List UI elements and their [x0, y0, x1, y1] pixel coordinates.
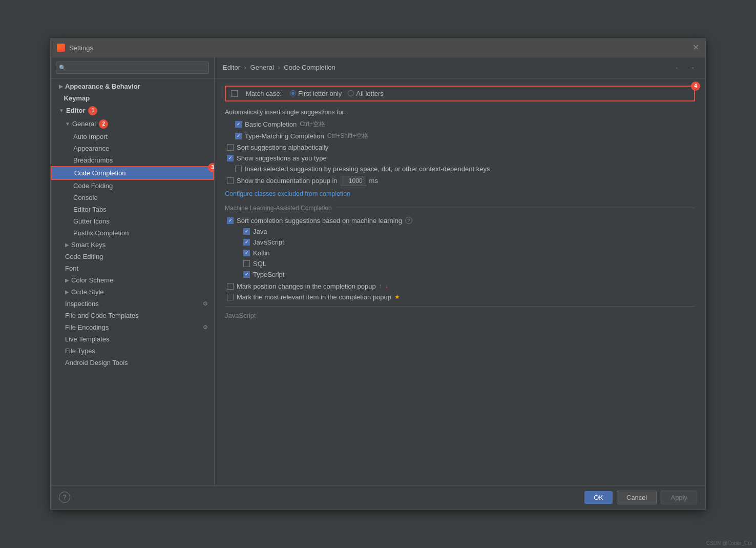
- apply-button[interactable]: Apply: [661, 491, 697, 504]
- breadcrumb-bar: Editor › General › Code Completion ← →: [215, 57, 705, 78]
- auto-insert-label: Automatically insert single suggestions …: [225, 109, 695, 116]
- sidebar-item-code-folding[interactable]: Code Folding: [51, 180, 214, 192]
- sidebar-item-label: Code Folding: [73, 182, 113, 190]
- forward-button[interactable]: →: [686, 63, 697, 73]
- sidebar-item-file-code-templates[interactable]: File and Code Templates: [51, 310, 214, 321]
- show-doc-popup-checkbox[interactable]: [227, 177, 234, 184]
- ml-kotlin-row: Kotlin: [225, 249, 695, 257]
- show-doc-popup-row: Show the documentation popup in ms: [225, 176, 695, 186]
- sidebar-item-appearance-behavior[interactable]: ▶ Appearance & Behavior: [51, 80, 214, 92]
- sidebar-item-label: Editor Tabs: [73, 206, 107, 213]
- breadcrumb: Editor › General › Code Completion: [223, 64, 335, 71]
- settings-dialog: Settings ✕ 🔍 ▶ Appearance & Behavior: [50, 38, 706, 510]
- radio-first-letter-circle: [290, 90, 296, 96]
- sidebar-item-code-completion[interactable]: Code Completion 3: [51, 166, 214, 180]
- show-suggestions-label: Show suggestions as you type: [237, 154, 327, 162]
- sidebar-item-general[interactable]: ▼ General 2: [51, 117, 214, 131]
- sidebar-item-label: Appearance & Behavior: [65, 83, 140, 90]
- sidebar-item-label: Editor: [66, 107, 86, 114]
- sidebar-item-appearance[interactable]: Appearance: [51, 143, 214, 154]
- type-matching-checkbox[interactable]: [235, 133, 242, 139]
- sidebar-item-file-encodings[interactable]: File Encodings ⚙: [51, 321, 214, 333]
- sort-alpha-row: Sort suggestions alphabetically: [225, 144, 695, 151]
- down-arrow-icon: ↓: [385, 282, 388, 290]
- show-suggestions-checkbox[interactable]: [227, 155, 234, 161]
- mark-position-checkbox[interactable]: [227, 283, 234, 290]
- type-matching-row: Type-Matching Completion Ctrl+Shift+空格: [225, 132, 695, 140]
- sidebar-item-label: Code Completion: [74, 169, 125, 177]
- show-suggestions-row: Show suggestions as you type: [225, 154, 695, 162]
- ok-button[interactable]: OK: [584, 491, 613, 504]
- sidebar-item-label: Live Templates: [65, 335, 109, 343]
- basic-completion-checkbox[interactable]: [235, 121, 242, 128]
- search-input[interactable]: [56, 62, 209, 74]
- sidebar-item-label: Keymap: [64, 94, 90, 102]
- sidebar-item-font[interactable]: Font: [51, 262, 214, 274]
- radio-all-letters[interactable]: All letters: [348, 90, 383, 97]
- ml-sort-checkbox[interactable]: [227, 217, 234, 224]
- sidebar-item-file-types[interactable]: File Types: [51, 345, 214, 357]
- sidebar-item-android-design-tools[interactable]: Android Design Tools: [51, 357, 214, 369]
- sidebar-item-keymap[interactable]: Keymap: [51, 92, 214, 104]
- match-case-checkbox[interactable]: [231, 90, 238, 97]
- help-button[interactable]: ?: [59, 492, 70, 503]
- sort-alpha-label: Sort suggestions alphabetically: [237, 144, 328, 151]
- sidebar-item-label: Postfix Completion: [73, 229, 129, 237]
- sidebar-item-code-style[interactable]: ▶ Code Style: [51, 286, 214, 298]
- ml-kotlin-checkbox[interactable]: [243, 250, 250, 256]
- sidebar-item-code-editing[interactable]: Code Editing: [51, 251, 214, 262]
- configure-link[interactable]: Configure classes excluded from completi…: [225, 190, 695, 197]
- sidebar-item-label: Font: [65, 265, 78, 272]
- sidebar-item-label: Android Design Tools: [65, 359, 128, 367]
- sidebar-item-label: Color Scheme: [71, 276, 113, 284]
- help-icon[interactable]: ?: [405, 217, 412, 224]
- match-case-label: Match case:: [246, 90, 282, 97]
- sidebar-item-smart-keys[interactable]: ▶ Smart Keys: [51, 239, 214, 251]
- sort-alpha-checkbox[interactable]: [227, 144, 234, 151]
- doc-popup-unit: ms: [369, 177, 378, 185]
- dialog-title: Settings: [69, 44, 93, 52]
- insert-on-space-checkbox[interactable]: [235, 166, 242, 172]
- sidebar-item-label: Code Editing: [65, 253, 103, 260]
- divider-line: [336, 208, 695, 208]
- arrow-icon: [59, 95, 62, 101]
- back-button[interactable]: ←: [673, 63, 684, 73]
- sidebar-item-label: Gutter Icons: [73, 217, 110, 225]
- sidebar-item-auto-import[interactable]: Auto Import: [51, 131, 214, 143]
- search-bar: 🔍: [51, 57, 214, 78]
- ml-ts-checkbox[interactable]: [243, 271, 250, 278]
- insert-on-space-label: Insert selected suggestion by pressing s…: [245, 165, 490, 173]
- sidebar-item-inspections[interactable]: Inspections ⚙: [51, 298, 214, 310]
- sidebar-item-postfix-completion[interactable]: Postfix Completion: [51, 227, 214, 239]
- mark-relevant-checkbox[interactable]: [227, 294, 234, 300]
- sidebar-item-editor[interactable]: ▼ Editor 1: [51, 104, 214, 117]
- show-doc-popup-label: Show the documentation popup in: [237, 177, 338, 185]
- star-icon: ★: [394, 293, 400, 300]
- ml-java-label: Java: [253, 228, 267, 235]
- ml-sort-row: Sort completion suggestions based on mac…: [225, 217, 695, 225]
- ml-js-checkbox[interactable]: [243, 239, 250, 246]
- sidebar-item-label: Code Style: [71, 288, 104, 296]
- sidebar-item-label: Inspections: [65, 300, 99, 308]
- sidebar-item-console[interactable]: Console: [51, 192, 214, 204]
- badge-1: 1: [88, 106, 97, 115]
- sidebar-item-gutter-icons[interactable]: Gutter Icons: [51, 215, 214, 227]
- search-icon: 🔍: [59, 64, 66, 71]
- ml-section-divider: Machine Learning-Assisted Completion: [225, 205, 695, 212]
- type-matching-shortcut: Ctrl+Shift+空格: [327, 132, 369, 140]
- sidebar-item-live-templates[interactable]: Live Templates: [51, 333, 214, 345]
- ml-java-checkbox[interactable]: [243, 228, 250, 235]
- radio-group: First letter only All letters: [290, 90, 384, 97]
- cancel-button[interactable]: Cancel: [617, 491, 657, 504]
- close-button[interactable]: ✕: [692, 44, 699, 52]
- doc-popup-ms-input[interactable]: [341, 176, 366, 186]
- left-panel: 🔍 ▶ Appearance & Behavior Keymap ▼: [51, 57, 215, 485]
- watermark: CSDN @Coder_Cui: [706, 540, 752, 546]
- arrow-icon: ▶: [59, 84, 63, 89]
- sidebar-item-editor-tabs[interactable]: Editor Tabs: [51, 204, 214, 215]
- sidebar-item-color-scheme[interactable]: ▶ Color Scheme: [51, 274, 214, 286]
- radio-first-letter[interactable]: First letter only: [290, 90, 342, 97]
- ml-sql-checkbox[interactable]: [243, 260, 250, 267]
- nav-arrows: ← →: [673, 63, 697, 73]
- sidebar-item-breadcrumbs[interactable]: Breadcrumbs: [51, 154, 214, 166]
